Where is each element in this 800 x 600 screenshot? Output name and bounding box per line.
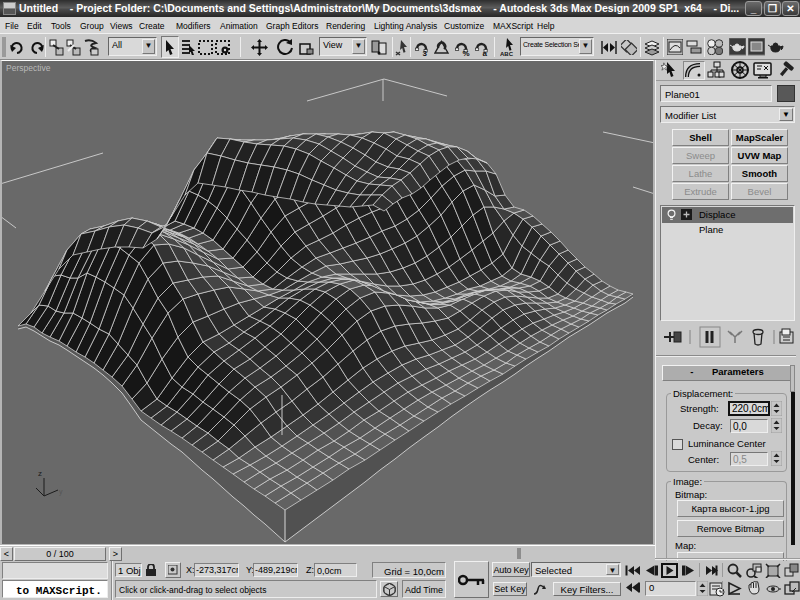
- svg-text:z: z: [38, 469, 42, 478]
- svg-text:%: %: [463, 49, 470, 57]
- svg-text:y: y: [59, 488, 63, 496]
- svg-text:3: 3: [423, 49, 428, 57]
- svg-text:ABC: ABC: [500, 51, 514, 57]
- svg-text:a: a: [483, 49, 488, 57]
